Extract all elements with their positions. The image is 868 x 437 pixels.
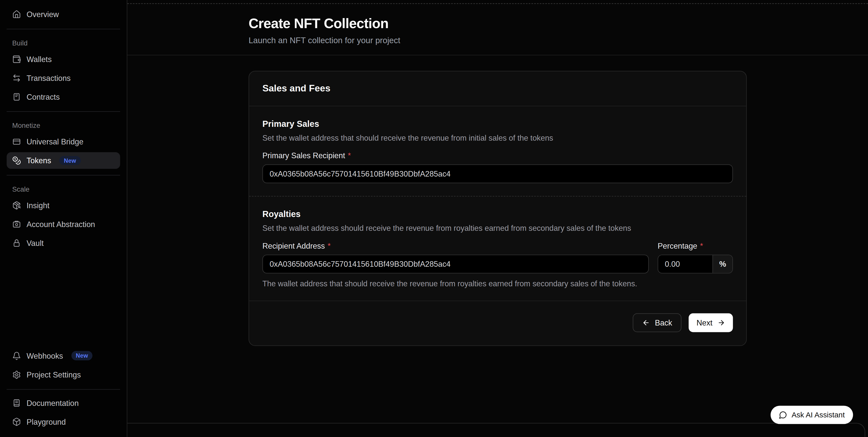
arrow-left-icon [642,319,650,327]
primary-sales-description: Set the wallet address that should recei… [262,133,733,142]
percent-suffix: % [713,255,733,273]
cube-icon [12,417,21,426]
new-badge: New [71,351,92,360]
lock-icon [12,239,21,247]
royalties-percentage-column: Percentage * % [657,232,733,288]
sidebar-item-contracts[interactable]: Contracts [6,89,120,105]
page-title: Create NFT Collection [249,15,868,32]
sidebar-divider [6,389,120,389]
new-badge: New [60,156,81,165]
card-header: Sales and Fees [249,71,746,106]
royalties-percentage-input[interactable] [658,255,713,273]
label-text: Percentage [657,241,697,250]
primary-sales-section: Primary Sales Set the wallet address tha… [249,106,746,196]
credit-card-icon [12,137,21,146]
page-header: Create NFT Collection Launch an NFT coll… [127,4,868,55]
royalties-recipient-column: Recipient Address * The wallet address t… [262,232,649,288]
gear-icon [12,370,21,379]
primary-sales-recipient-input[interactable] [262,164,733,183]
sidebar-section-heading-build: Build [6,39,120,47]
app-root: Overview Build Wallets Transactions Cont… [0,0,868,437]
sidebar-item-playground[interactable]: Playground [6,413,120,430]
royalties-recipient-label: Recipient Address * [262,241,649,250]
sidebar-section-heading-scale: Scale [6,185,120,193]
royalties-helper-text: The wallet address that should receive t… [262,279,649,288]
back-button-label: Back [655,319,672,327]
sidebar-item-webhooks[interactable]: Webhooks New [6,347,120,364]
sidebar-divider [6,29,120,29]
primary-sales-heading: Primary Sales [262,119,733,129]
chat-bubble-icon [779,410,787,419]
sidebar-item-label: Tokens [27,156,51,165]
royalties-heading: Royalties [262,209,733,219]
bottom-panel-edge [127,423,865,437]
arrow-right-icon [717,319,725,327]
ask-ai-assistant-button[interactable]: Ask AI Assistant [771,405,853,424]
royalties-percentage-label: Percentage * [657,241,733,250]
sidebar-item-vault[interactable]: Vault [6,235,120,251]
sidebar-item-label: Project Settings [27,370,81,379]
royalties-recipient-input[interactable] [262,255,649,274]
page-content: Sales and Fees Primary Sales Set the wal… [127,55,868,437]
required-asterisk: * [328,241,331,250]
required-asterisk: * [348,151,351,160]
label-text: Primary Sales Recipient [262,151,345,160]
sidebar-item-label: Transactions [27,73,70,82]
arrows-left-right-icon [12,73,21,82]
sidebar-item-label: Universal Bridge [27,137,83,146]
sidebar-item-universal-bridge[interactable]: Universal Bridge [6,133,120,150]
sidebar-item-label: Documentation [27,398,79,407]
next-button[interactable]: Next [689,313,733,332]
sidebar-item-wallets[interactable]: Wallets [6,51,120,68]
main-panel: Create NFT Collection Launch an NFT coll… [127,3,868,437]
ask-ai-assistant-label: Ask AI Assistant [792,410,845,419]
sidebar-item-label: Insight [27,201,50,210]
sidebar-divider [6,111,120,112]
label-text: Recipient Address [262,241,325,250]
sidebar: Overview Build Wallets Transactions Cont… [0,0,127,437]
royalties-section: Royalties Set the wallet address should … [249,196,746,301]
scale-wrapper: Overview Build Wallets Transactions Cont… [0,0,868,437]
royalties-description: Set the wallet address should receive th… [262,223,733,232]
sidebar-item-label: Contracts [27,92,60,101]
required-asterisk: * [700,241,703,250]
file-text-icon [12,92,21,101]
sidebar-item-label: Webhooks [27,351,63,360]
sidebar-item-project-settings[interactable]: Project Settings [6,366,120,383]
sidebar-item-label: Overview [27,10,59,19]
sidebar-spacer [6,253,120,347]
bell-icon [12,351,21,360]
house-icon [12,10,21,19]
sidebar-item-insight[interactable]: Insight [6,197,120,214]
sidebar-item-tokens[interactable]: Tokens New [6,152,120,169]
sidebar-item-documentation[interactable]: Documentation [6,394,120,411]
sidebar-item-overview[interactable]: Overview [6,6,120,23]
sidebar-item-label: Account Abstraction [27,220,95,228]
package-search-icon [12,201,21,210]
sidebar-item-account-abstraction[interactable]: Account Abstraction [6,216,120,232]
sidebar-divider [6,175,120,175]
royalties-fields-row: Recipient Address * The wallet address t… [262,232,733,288]
sales-and-fees-card: Sales and Fees Primary Sales Set the wal… [249,71,747,346]
next-button-label: Next [696,319,712,327]
wallet-icon [12,55,21,64]
sidebar-item-transactions[interactable]: Transactions [6,70,120,86]
coins-icon [12,156,21,165]
back-button[interactable]: Back [633,313,681,332]
primary-sales-recipient-label: Primary Sales Recipient * [262,151,733,160]
percentage-input-group: % [657,255,733,274]
sidebar-section-heading-monetize: Monetize [6,122,120,130]
page-subtitle: Launch an NFT collection for your projec… [249,35,868,45]
smart-wallet-icon [12,220,21,228]
book-icon [12,398,21,407]
sidebar-item-label: Vault [27,239,44,247]
sidebar-item-label: Wallets [27,55,52,64]
card-title: Sales and Fees [262,83,733,94]
card-footer: Back Next [249,301,746,345]
sidebar-item-label: Playground [27,417,66,426]
